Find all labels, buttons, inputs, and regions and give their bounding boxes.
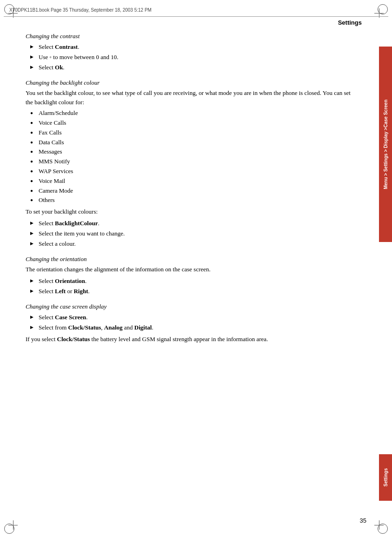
bullet-messages: Messages [30,147,357,157]
crosshair-bl [8,520,18,530]
section-contrast-heading: Changing the contrast [26,33,357,40]
backlight-intro: You set the backlight colour, to see wha… [26,88,357,107]
bullet-voicemail: Voice Mail [30,176,357,186]
bottom-tab: Settings [379,454,392,501]
orientation-intro: The orientation changes the alignment of… [26,265,357,274]
section-case-screen: Changing the case screen display Select … [26,303,357,344]
bullet-voice: Voice Calls [30,118,357,128]
bottom-tab-label: Settings [383,468,388,486]
header-bar: X70DPK11B1.book Page 35 Thursday, Septem… [4,4,388,17]
case-screen-steps: Select Case Screen. Select from Clock/St… [30,312,357,333]
bullet-alarm: Alarm/Schedule [30,108,357,118]
orientation-step-2: Select Left or Right. [30,286,357,296]
bullet-camera: Camera Mode [30,186,357,196]
backlight-step-1: Select BacklightColour. [30,218,357,229]
case-screen-step-2: Select from Clock/Status, Analog and Dig… [30,323,357,333]
backlight-bullets: Alarm/Schedule Voice Calls Fax Calls Dat… [30,108,357,205]
backlight-steps: Select BacklightColour. Select the item … [30,218,357,249]
bullet-fax: Fax Calls [30,128,357,138]
orientation-steps: Select Orientation. Select Left or Right… [30,276,357,296]
page-number: 35 [360,517,366,524]
backlight-step-3: Select a colour. [30,239,357,249]
crosshair-br [374,520,384,530]
contrast-steps: Select Contrast. Use ◦ to move between 0… [30,42,357,73]
right-tab-text: Menu > Settings > Display >Case Screen [383,100,389,189]
backlight-sub-intro: To set your backlight colours: [26,207,357,216]
section-backlight: Changing the backlight colour You set th… [26,79,357,249]
case-screen-step-1: Select Case Screen. [30,312,357,323]
backlight-step-2: Select the item you want to change. [30,229,357,239]
section-orientation: Changing the orientation The orientation… [26,256,357,296]
header-text: X70DPK11B1.book Page 35 Thursday, Septem… [9,7,152,13]
contrast-step-1: Select Contrast. [30,42,357,52]
section-contrast: Changing the contrast Select Contrast. U… [26,33,357,73]
case-screen-footer: If you select Clock/Status the battery l… [26,335,357,344]
contrast-step-3: Select Ok. [30,62,357,73]
main-content: Changing the contrast Select Contrast. U… [21,17,366,510]
bullet-wap: WAP Services [30,167,357,176]
section-case-screen-heading: Changing the case screen display [26,303,357,310]
orientation-step-1: Select Orientation. [30,276,357,286]
bullet-data: Data Calls [30,138,357,148]
section-backlight-heading: Changing the backlight colour [26,79,357,87]
section-orientation-heading: Changing the orientation [26,256,357,263]
bullet-others: Others [30,195,357,205]
right-tab: Menu > Settings > Display >Case Screen [379,47,392,242]
contrast-step-2: Use ◦ to move between 0 and 10. [30,52,357,62]
bullet-mms: MMS Notify [30,157,357,167]
